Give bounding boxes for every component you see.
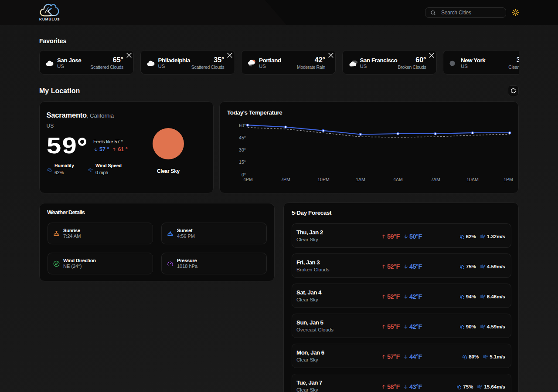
- svg-text:7PM: 7PM: [281, 177, 290, 182]
- svg-text:4PM: 4PM: [243, 177, 253, 182]
- svg-text:1AM: 1AM: [356, 177, 365, 182]
- svg-text:7AM: 7AM: [431, 177, 440, 182]
- svg-text:10AM: 10AM: [466, 177, 478, 182]
- svg-text:1PM: 1PM: [504, 177, 513, 182]
- svg-text:10PM: 10PM: [317, 177, 329, 182]
- svg-text:4AM: 4AM: [393, 177, 403, 182]
- svg-text:15°: 15°: [239, 159, 246, 165]
- svg-text:45°: 45°: [239, 135, 246, 140]
- svg-text:30°: 30°: [239, 147, 246, 152]
- svg-text:60°: 60°: [239, 123, 246, 128]
